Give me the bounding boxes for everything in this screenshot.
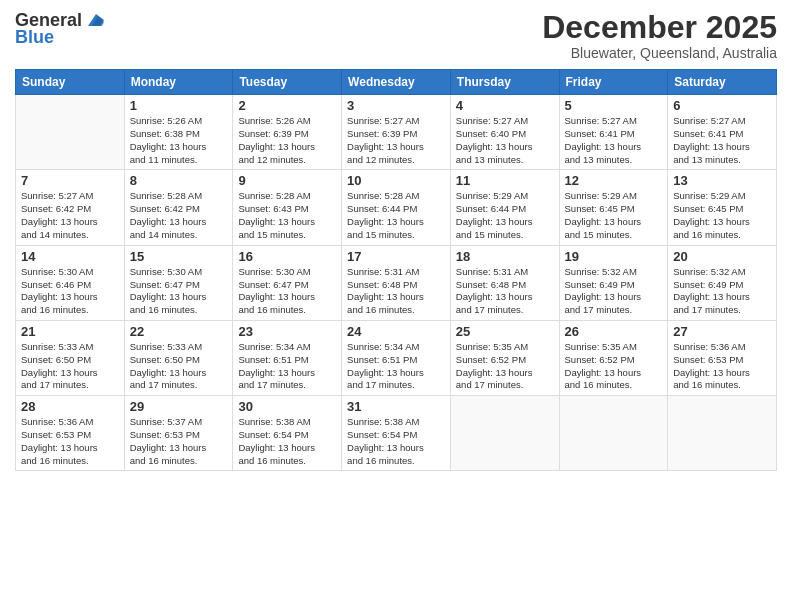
day-info: Sunrise: 5:37 AMSunset: 6:53 PMDaylight:… (130, 416, 228, 467)
table-row: 13Sunrise: 5:29 AMSunset: 6:45 PMDayligh… (668, 170, 777, 245)
day-info: Sunrise: 5:29 AMSunset: 6:44 PMDaylight:… (456, 190, 554, 241)
day-info: Sunrise: 5:38 AMSunset: 6:54 PMDaylight:… (347, 416, 445, 467)
day-number: 8 (130, 173, 228, 188)
day-info: Sunrise: 5:36 AMSunset: 6:53 PMDaylight:… (21, 416, 119, 467)
logo: General Blue (15, 10, 104, 48)
day-number: 14 (21, 249, 119, 264)
day-number: 18 (456, 249, 554, 264)
day-info: Sunrise: 5:27 AMSunset: 6:41 PMDaylight:… (565, 115, 663, 166)
calendar-week-row: 28Sunrise: 5:36 AMSunset: 6:53 PMDayligh… (16, 396, 777, 471)
day-number: 7 (21, 173, 119, 188)
table-row: 5Sunrise: 5:27 AMSunset: 6:41 PMDaylight… (559, 95, 668, 170)
calendar-week-row: 1Sunrise: 5:26 AMSunset: 6:38 PMDaylight… (16, 95, 777, 170)
table-row: 24Sunrise: 5:34 AMSunset: 6:51 PMDayligh… (342, 320, 451, 395)
day-info: Sunrise: 5:27 AMSunset: 6:40 PMDaylight:… (456, 115, 554, 166)
day-info: Sunrise: 5:36 AMSunset: 6:53 PMDaylight:… (673, 341, 771, 392)
day-info: Sunrise: 5:29 AMSunset: 6:45 PMDaylight:… (673, 190, 771, 241)
day-number: 5 (565, 98, 663, 113)
day-info: Sunrise: 5:26 AMSunset: 6:39 PMDaylight:… (238, 115, 336, 166)
day-number: 20 (673, 249, 771, 264)
table-row (668, 396, 777, 471)
table-row: 18Sunrise: 5:31 AMSunset: 6:48 PMDayligh… (450, 245, 559, 320)
table-row: 29Sunrise: 5:37 AMSunset: 6:53 PMDayligh… (124, 396, 233, 471)
day-number: 19 (565, 249, 663, 264)
table-row: 16Sunrise: 5:30 AMSunset: 6:47 PMDayligh… (233, 245, 342, 320)
table-row: 6Sunrise: 5:27 AMSunset: 6:41 PMDaylight… (668, 95, 777, 170)
month-year-title: December 2025 (542, 10, 777, 45)
day-number: 28 (21, 399, 119, 414)
day-info: Sunrise: 5:38 AMSunset: 6:54 PMDaylight:… (238, 416, 336, 467)
day-info: Sunrise: 5:27 AMSunset: 6:39 PMDaylight:… (347, 115, 445, 166)
day-number: 1 (130, 98, 228, 113)
table-row: 1Sunrise: 5:26 AMSunset: 6:38 PMDaylight… (124, 95, 233, 170)
day-number: 15 (130, 249, 228, 264)
calendar-week-row: 7Sunrise: 5:27 AMSunset: 6:42 PMDaylight… (16, 170, 777, 245)
table-row: 21Sunrise: 5:33 AMSunset: 6:50 PMDayligh… (16, 320, 125, 395)
day-info: Sunrise: 5:31 AMSunset: 6:48 PMDaylight:… (456, 266, 554, 317)
day-number: 10 (347, 173, 445, 188)
day-info: Sunrise: 5:34 AMSunset: 6:51 PMDaylight:… (238, 341, 336, 392)
day-number: 13 (673, 173, 771, 188)
col-monday: Monday (124, 70, 233, 95)
col-wednesday: Wednesday (342, 70, 451, 95)
day-info: Sunrise: 5:30 AMSunset: 6:47 PMDaylight:… (130, 266, 228, 317)
col-tuesday: Tuesday (233, 70, 342, 95)
table-row: 22Sunrise: 5:33 AMSunset: 6:50 PMDayligh… (124, 320, 233, 395)
table-row: 9Sunrise: 5:28 AMSunset: 6:43 PMDaylight… (233, 170, 342, 245)
table-row: 3Sunrise: 5:27 AMSunset: 6:39 PMDaylight… (342, 95, 451, 170)
day-info: Sunrise: 5:32 AMSunset: 6:49 PMDaylight:… (565, 266, 663, 317)
day-number: 23 (238, 324, 336, 339)
table-row: 31Sunrise: 5:38 AMSunset: 6:54 PMDayligh… (342, 396, 451, 471)
logo-blue: Blue (15, 27, 54, 48)
day-info: Sunrise: 5:27 AMSunset: 6:41 PMDaylight:… (673, 115, 771, 166)
day-number: 27 (673, 324, 771, 339)
day-info: Sunrise: 5:28 AMSunset: 6:44 PMDaylight:… (347, 190, 445, 241)
table-row: 17Sunrise: 5:31 AMSunset: 6:48 PMDayligh… (342, 245, 451, 320)
day-info: Sunrise: 5:28 AMSunset: 6:43 PMDaylight:… (238, 190, 336, 241)
day-info: Sunrise: 5:33 AMSunset: 6:50 PMDaylight:… (130, 341, 228, 392)
day-number: 21 (21, 324, 119, 339)
day-info: Sunrise: 5:32 AMSunset: 6:49 PMDaylight:… (673, 266, 771, 317)
table-row: 25Sunrise: 5:35 AMSunset: 6:52 PMDayligh… (450, 320, 559, 395)
day-number: 9 (238, 173, 336, 188)
table-row: 28Sunrise: 5:36 AMSunset: 6:53 PMDayligh… (16, 396, 125, 471)
table-row (559, 396, 668, 471)
table-row (450, 396, 559, 471)
table-row: 7Sunrise: 5:27 AMSunset: 6:42 PMDaylight… (16, 170, 125, 245)
day-number: 11 (456, 173, 554, 188)
table-row: 19Sunrise: 5:32 AMSunset: 6:49 PMDayligh… (559, 245, 668, 320)
day-info: Sunrise: 5:33 AMSunset: 6:50 PMDaylight:… (21, 341, 119, 392)
col-saturday: Saturday (668, 70, 777, 95)
day-number: 22 (130, 324, 228, 339)
day-info: Sunrise: 5:26 AMSunset: 6:38 PMDaylight:… (130, 115, 228, 166)
table-row: 2Sunrise: 5:26 AMSunset: 6:39 PMDaylight… (233, 95, 342, 170)
col-sunday: Sunday (16, 70, 125, 95)
header: General Blue December 2025 Bluewater, Qu… (15, 10, 777, 61)
page: General Blue December 2025 Bluewater, Qu… (0, 0, 792, 612)
day-number: 6 (673, 98, 771, 113)
calendar-header-row: Sunday Monday Tuesday Wednesday Thursday… (16, 70, 777, 95)
col-friday: Friday (559, 70, 668, 95)
day-number: 4 (456, 98, 554, 113)
day-number: 12 (565, 173, 663, 188)
day-info: Sunrise: 5:31 AMSunset: 6:48 PMDaylight:… (347, 266, 445, 317)
table-row: 30Sunrise: 5:38 AMSunset: 6:54 PMDayligh… (233, 396, 342, 471)
day-number: 16 (238, 249, 336, 264)
day-info: Sunrise: 5:29 AMSunset: 6:45 PMDaylight:… (565, 190, 663, 241)
day-info: Sunrise: 5:35 AMSunset: 6:52 PMDaylight:… (565, 341, 663, 392)
day-info: Sunrise: 5:28 AMSunset: 6:42 PMDaylight:… (130, 190, 228, 241)
table-row: 23Sunrise: 5:34 AMSunset: 6:51 PMDayligh… (233, 320, 342, 395)
day-info: Sunrise: 5:34 AMSunset: 6:51 PMDaylight:… (347, 341, 445, 392)
day-number: 2 (238, 98, 336, 113)
day-number: 26 (565, 324, 663, 339)
table-row: 8Sunrise: 5:28 AMSunset: 6:42 PMDaylight… (124, 170, 233, 245)
day-info: Sunrise: 5:27 AMSunset: 6:42 PMDaylight:… (21, 190, 119, 241)
table-row: 11Sunrise: 5:29 AMSunset: 6:44 PMDayligh… (450, 170, 559, 245)
day-number: 30 (238, 399, 336, 414)
title-block: December 2025 Bluewater, Queensland, Aus… (542, 10, 777, 61)
table-row: 15Sunrise: 5:30 AMSunset: 6:47 PMDayligh… (124, 245, 233, 320)
day-info: Sunrise: 5:35 AMSunset: 6:52 PMDaylight:… (456, 341, 554, 392)
logo-icon (84, 12, 104, 28)
table-row: 10Sunrise: 5:28 AMSunset: 6:44 PMDayligh… (342, 170, 451, 245)
day-number: 25 (456, 324, 554, 339)
